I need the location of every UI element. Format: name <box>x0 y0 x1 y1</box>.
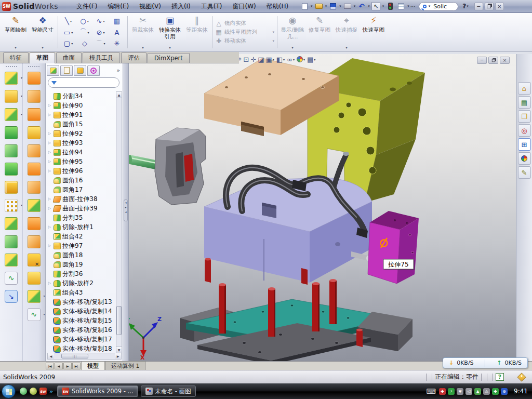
tab-configuration-manager[interactable] <box>74 65 86 76</box>
rapid-sketch-button[interactable]: ⚡快速草图 <box>360 14 387 50</box>
antivirus-shield-icon[interactable]: ✚ <box>439 388 446 395</box>
extruded-boss-dropdown[interactable]: ▾ <box>21 76 22 79</box>
lofted-cut-button[interactable] <box>28 124 41 142</box>
revolved-boss-button[interactable] <box>28 69 41 87</box>
last-frame-button[interactable]: ▶| <box>72 363 81 369</box>
menu-item[interactable]: 视图(V) <box>135 1 166 12</box>
smart-dimension-dropdown[interactable]: ▾ <box>42 46 44 50</box>
sync-blocked-icon[interactable]: ⊖ <box>501 388 508 395</box>
toolbar-overflow-icon[interactable]: ⋯ <box>410 4 416 9</box>
tree-item[interactable]: 圆角19 <box>47 260 116 269</box>
rebuild-button[interactable] <box>385 2 395 11</box>
panel-overflow-chevron[interactable]: » <box>116 67 120 74</box>
tree-item[interactable]: 圆角18 <box>47 250 116 260</box>
expander-icon[interactable]: ▷ <box>47 131 52 136</box>
ellipse-dropdown[interactable]: ▾ <box>103 31 104 34</box>
extruded-boss-button[interactable]: ▾ <box>5 69 18 87</box>
model-clamp-block[interactable] <box>155 128 206 205</box>
rib-button[interactable] <box>5 215 18 233</box>
design-library-tab[interactable]: ▤ <box>518 96 531 109</box>
tab-motion-study[interactable]: 运动算例 1 <box>105 361 145 370</box>
view-orientation-button[interactable]: ▣▾ <box>265 56 274 63</box>
tree-item[interactable]: ▷拉伸91 <box>47 110 116 119</box>
solidworks-resources-tab[interactable]: ⌂ <box>518 82 531 95</box>
linear-pattern-button[interactable]: ▾ <box>5 196 18 215</box>
spline-button[interactable]: ∿▾ <box>93 16 109 26</box>
tree-item[interactable]: ▷切除-放样1 <box>47 222 116 232</box>
deform-button[interactable] <box>28 160 41 178</box>
volume-icon[interactable]: ◁ <box>466 388 472 395</box>
tree-item[interactable]: 实体-移动/复制14 <box>47 307 116 316</box>
tree-item[interactable]: ▷曲面-拉伸39 <box>47 204 116 213</box>
update-service-icon[interactable]: ✱ <box>457 388 463 395</box>
model-base-plates[interactable] <box>180 299 413 361</box>
tree-item[interactable]: ▷拉伸96 <box>47 166 116 176</box>
polygon-button[interactable]: ◇ <box>77 38 92 49</box>
tree-item[interactable]: 圆角16 <box>47 176 116 185</box>
tab-model[interactable]: 模型 <box>82 361 104 370</box>
delete-face-button[interactable] <box>28 251 41 269</box>
line-button[interactable]: ╲▾ <box>61 16 76 26</box>
expander-icon[interactable]: ▷ <box>47 244 52 248</box>
tree-item[interactable]: 圆角17 <box>47 185 116 194</box>
tree-item[interactable]: ▷拉伸97 <box>47 241 116 250</box>
tree-item[interactable]: ▷切除-放样2 <box>47 278 116 288</box>
tree-item[interactable]: ▷拉伸93 <box>47 138 116 148</box>
first-frame-button[interactable]: |◀ <box>46 363 54 369</box>
quick-launch-messenger-icon[interactable] <box>20 388 27 395</box>
sketch-picture-button[interactable]: ▦ <box>109 16 125 26</box>
expander-icon[interactable]: ▷ <box>47 159 52 164</box>
circle-button[interactable]: ○▾ <box>77 16 92 26</box>
tree-item[interactable]: 圆角15 <box>47 119 116 129</box>
centerpoint-arc-dropdown[interactable]: ▾ <box>87 31 89 34</box>
tree-item[interactable]: ▷拉伸92 <box>47 129 116 138</box>
tree-item[interactable]: 组合43 <box>47 288 116 297</box>
doc-close-button[interactable]: × <box>500 57 510 64</box>
tree-item[interactable]: 实体-移动/复制15 <box>47 316 116 325</box>
hide-show-items-dropdown[interactable]: ▾ <box>293 58 295 61</box>
new-document-dropdown[interactable]: ▾ <box>311 4 313 8</box>
curve-button[interactable]: ∿ <box>5 269 18 287</box>
taskbar-item-paint[interactable]: 未命名 - 画图 <box>141 385 196 397</box>
horizontal-scroll-thumb[interactable]: ||| <box>61 354 88 358</box>
tree-item[interactable]: 分割36 <box>47 269 116 278</box>
lofted-boss-button[interactable] <box>5 142 18 160</box>
view-palette-tab[interactable]: ⊞ <box>518 138 531 151</box>
bend-button[interactable] <box>28 233 41 251</box>
corner-rectangle-dropdown[interactable]: ▾ <box>71 31 73 34</box>
section-view-button[interactable]: ◪ <box>258 56 264 63</box>
expander-icon[interactable]: ▷ <box>47 113 52 117</box>
scroll-down-arrow[interactable]: ▼ <box>116 347 122 353</box>
scroll-right-arrow[interactable]: ▶ <box>115 353 121 359</box>
tree-item[interactable]: ▷拉伸95 <box>47 157 116 166</box>
graphics-area[interactable]: Y Z X 拉伸75 ⌖⊡✛◪▣▾◧▾∞▾▾▤▾ ─ × <box>129 54 516 361</box>
swept-boss-button[interactable] <box>5 124 18 142</box>
straight-slot-button[interactable]: ▢▾ <box>61 38 76 49</box>
tree-item[interactable]: 组合42 <box>47 232 116 241</box>
expander-icon[interactable]: ▷ <box>47 150 52 154</box>
restore-button[interactable] <box>485 3 494 10</box>
hide-show-items-button[interactable]: ∞▾ <box>287 56 295 63</box>
search-input[interactable] <box>432 3 454 10</box>
tab-ribbon-1[interactable]: 草图 <box>30 52 55 63</box>
tree-filter-box[interactable] <box>48 77 119 88</box>
tree-horizontal-scrollbar[interactable]: ◀ ||| ▶ <box>47 353 122 360</box>
options-button[interactable] <box>396 2 406 11</box>
tree-item[interactable]: 实体-移动/复制16 <box>47 325 116 335</box>
sketch-text-button[interactable]: A <box>109 27 125 38</box>
panel-splitter[interactable]: ◂▸◂ <box>123 63 129 361</box>
undo-button[interactable]: ↶ <box>356 2 367 11</box>
sketch-button[interactable]: ✎草图绘制▾ <box>2 14 29 50</box>
solidworks-search-tab[interactable]: ◎ <box>518 124 531 137</box>
new-document-button[interactable] <box>299 2 310 11</box>
dome-button[interactable] <box>28 196 41 215</box>
draft-button[interactable] <box>5 233 18 251</box>
extruded-cut-dropdown[interactable]: ▾ <box>21 94 22 98</box>
security-shield-icon[interactable]: ⚡ <box>448 388 455 395</box>
splitter-handle[interactable]: ◂▸◂ <box>124 200 128 221</box>
apply-scene-dropdown[interactable]: ▾ <box>314 58 315 61</box>
tree-item[interactable]: 实体-移动/复制17 <box>47 335 116 344</box>
menu-item[interactable]: 插入(I) <box>167 1 195 12</box>
toolbar-grip[interactable] <box>28 66 39 68</box>
shell-button[interactable] <box>5 251 18 269</box>
